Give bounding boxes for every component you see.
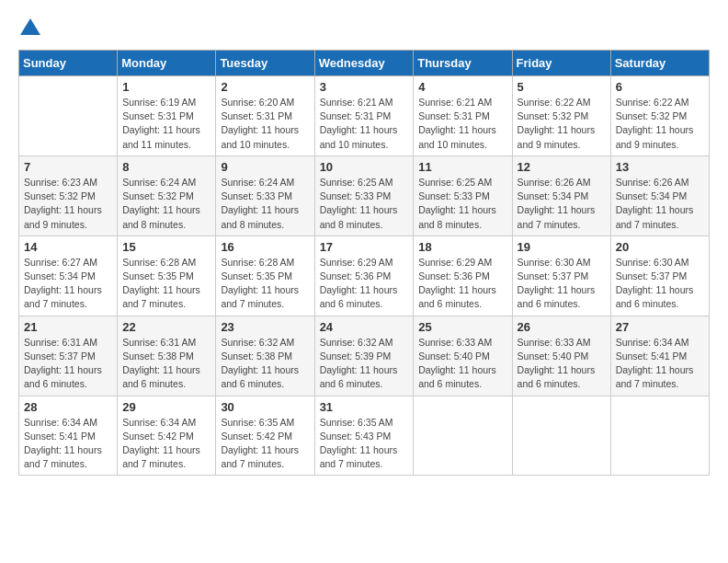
day-info: Sunrise: 6:34 AM Sunset: 5:42 PM Dayligh…	[122, 416, 210, 472]
calendar-cell: 21Sunrise: 6:31 AM Sunset: 5:37 PM Dayli…	[19, 316, 118, 396]
day-info: Sunrise: 6:21 AM Sunset: 5:31 PM Dayligh…	[320, 96, 409, 152]
calendar-cell: 9Sunrise: 6:24 AM Sunset: 5:33 PM Daylig…	[216, 155, 314, 236]
logo	[18, 18, 40, 40]
day-number: 11	[418, 160, 506, 174]
calendar-cell: 11Sunrise: 6:25 AM Sunset: 5:33 PM Dayli…	[414, 155, 512, 236]
col-header-monday: Monday	[118, 51, 216, 76]
day-info: Sunrise: 6:34 AM Sunset: 5:41 PM Dayligh…	[616, 336, 704, 392]
day-info: Sunrise: 6:28 AM Sunset: 5:35 PM Dayligh…	[221, 256, 309, 312]
day-number: 30	[221, 400, 309, 414]
calendar-cell: 18Sunrise: 6:29 AM Sunset: 5:36 PM Dayli…	[414, 236, 512, 316]
day-info: Sunrise: 6:25 AM Sunset: 5:33 PM Dayligh…	[418, 176, 506, 232]
day-info: Sunrise: 6:25 AM Sunset: 5:33 PM Dayligh…	[320, 176, 409, 232]
day-number: 17	[320, 240, 409, 254]
calendar-cell: 29Sunrise: 6:34 AM Sunset: 5:42 PM Dayli…	[118, 396, 216, 476]
calendar-cell: 16Sunrise: 6:28 AM Sunset: 5:35 PM Dayli…	[216, 236, 314, 316]
day-info: Sunrise: 6:31 AM Sunset: 5:38 PM Dayligh…	[122, 336, 210, 392]
calendar-cell: 4Sunrise: 6:21 AM Sunset: 5:31 PM Daylig…	[414, 76, 512, 156]
day-number: 8	[122, 160, 210, 174]
day-number: 9	[221, 160, 309, 174]
day-info: Sunrise: 6:30 AM Sunset: 5:37 PM Dayligh…	[518, 256, 606, 312]
day-number: 29	[122, 400, 210, 414]
day-info: Sunrise: 6:35 AM Sunset: 5:43 PM Dayligh…	[320, 416, 409, 472]
calendar-cell: 19Sunrise: 6:30 AM Sunset: 5:37 PM Dayli…	[512, 236, 610, 316]
calendar-cell: 27Sunrise: 6:34 AM Sunset: 5:41 PM Dayli…	[610, 316, 709, 396]
day-info: Sunrise: 6:32 AM Sunset: 5:39 PM Dayligh…	[320, 336, 409, 392]
page-header	[18, 18, 710, 40]
day-info: Sunrise: 6:23 AM Sunset: 5:32 PM Dayligh…	[24, 176, 112, 232]
day-number: 7	[24, 160, 112, 174]
day-info: Sunrise: 6:27 AM Sunset: 5:34 PM Dayligh…	[24, 256, 112, 312]
day-number: 27	[616, 320, 704, 334]
calendar-cell: 14Sunrise: 6:27 AM Sunset: 5:34 PM Dayli…	[19, 236, 118, 316]
calendar-cell: 30Sunrise: 6:35 AM Sunset: 5:42 PM Dayli…	[216, 396, 314, 476]
calendar-cell: 25Sunrise: 6:33 AM Sunset: 5:40 PM Dayli…	[414, 316, 512, 396]
day-number: 20	[616, 240, 704, 254]
calendar-cell: 31Sunrise: 6:35 AM Sunset: 5:43 PM Dayli…	[314, 396, 414, 476]
col-header-thursday: Thursday	[414, 51, 512, 76]
day-info: Sunrise: 6:21 AM Sunset: 5:31 PM Dayligh…	[418, 96, 506, 152]
day-info: Sunrise: 6:30 AM Sunset: 5:37 PM Dayligh…	[616, 256, 704, 312]
day-info: Sunrise: 6:34 AM Sunset: 5:41 PM Dayligh…	[24, 416, 112, 472]
day-number: 28	[24, 400, 112, 414]
calendar-cell: 15Sunrise: 6:28 AM Sunset: 5:35 PM Dayli…	[118, 236, 216, 316]
col-header-sunday: Sunday	[19, 51, 118, 76]
day-number: 14	[24, 240, 112, 254]
logo-icon	[20, 18, 40, 35]
day-number: 3	[320, 80, 409, 94]
col-header-saturday: Saturday	[610, 51, 709, 76]
day-number: 4	[418, 80, 506, 94]
calendar-cell: 26Sunrise: 6:33 AM Sunset: 5:40 PM Dayli…	[512, 316, 610, 396]
day-info: Sunrise: 6:22 AM Sunset: 5:32 PM Dayligh…	[518, 96, 606, 152]
calendar-cell: 23Sunrise: 6:32 AM Sunset: 5:38 PM Dayli…	[216, 316, 314, 396]
day-info: Sunrise: 6:29 AM Sunset: 5:36 PM Dayligh…	[418, 256, 506, 312]
day-info: Sunrise: 6:24 AM Sunset: 5:32 PM Dayligh…	[122, 176, 210, 232]
calendar-cell: 1Sunrise: 6:19 AM Sunset: 5:31 PM Daylig…	[118, 76, 216, 156]
calendar-table: SundayMondayTuesdayWednesdayThursdayFrid…	[18, 50, 710, 476]
day-number: 19	[518, 240, 606, 254]
day-info: Sunrise: 6:31 AM Sunset: 5:37 PM Dayligh…	[24, 336, 112, 392]
day-info: Sunrise: 6:32 AM Sunset: 5:38 PM Dayligh…	[221, 336, 309, 392]
day-number: 15	[122, 240, 210, 254]
calendar-cell: 13Sunrise: 6:26 AM Sunset: 5:34 PM Dayli…	[610, 155, 709, 236]
calendar-cell	[512, 396, 610, 476]
calendar-cell	[19, 76, 118, 156]
col-header-tuesday: Tuesday	[216, 51, 314, 76]
day-info: Sunrise: 6:28 AM Sunset: 5:35 PM Dayligh…	[122, 256, 210, 312]
calendar-cell: 7Sunrise: 6:23 AM Sunset: 5:32 PM Daylig…	[19, 155, 118, 236]
calendar-cell: 2Sunrise: 6:20 AM Sunset: 5:31 PM Daylig…	[216, 76, 314, 156]
day-info: Sunrise: 6:19 AM Sunset: 5:31 PM Dayligh…	[122, 96, 210, 152]
day-info: Sunrise: 6:33 AM Sunset: 5:40 PM Dayligh…	[518, 336, 606, 392]
day-number: 18	[418, 240, 506, 254]
calendar-cell: 24Sunrise: 6:32 AM Sunset: 5:39 PM Dayli…	[314, 316, 414, 396]
calendar-cell: 10Sunrise: 6:25 AM Sunset: 5:33 PM Dayli…	[314, 155, 414, 236]
day-number: 31	[320, 400, 409, 414]
day-info: Sunrise: 6:35 AM Sunset: 5:42 PM Dayligh…	[221, 416, 309, 472]
calendar-cell: 5Sunrise: 6:22 AM Sunset: 5:32 PM Daylig…	[512, 76, 610, 156]
day-number: 24	[320, 320, 409, 334]
day-number: 26	[518, 320, 606, 334]
col-header-friday: Friday	[512, 51, 610, 76]
day-number: 5	[518, 80, 606, 94]
svg-marker-0	[20, 18, 40, 35]
day-number: 12	[518, 160, 606, 174]
calendar-cell: 8Sunrise: 6:24 AM Sunset: 5:32 PM Daylig…	[118, 155, 216, 236]
day-number: 2	[221, 80, 309, 94]
day-number: 1	[122, 80, 210, 94]
day-number: 16	[221, 240, 309, 254]
calendar-cell: 12Sunrise: 6:26 AM Sunset: 5:34 PM Dayli…	[512, 155, 610, 236]
day-info: Sunrise: 6:33 AM Sunset: 5:40 PM Dayligh…	[418, 336, 506, 392]
day-info: Sunrise: 6:29 AM Sunset: 5:36 PM Dayligh…	[320, 256, 409, 312]
day-number: 22	[122, 320, 210, 334]
day-number: 10	[320, 160, 409, 174]
calendar-cell: 20Sunrise: 6:30 AM Sunset: 5:37 PM Dayli…	[610, 236, 709, 316]
calendar-cell	[414, 396, 512, 476]
day-info: Sunrise: 6:24 AM Sunset: 5:33 PM Dayligh…	[221, 176, 309, 232]
calendar-cell: 3Sunrise: 6:21 AM Sunset: 5:31 PM Daylig…	[314, 76, 414, 156]
day-info: Sunrise: 6:20 AM Sunset: 5:31 PM Dayligh…	[221, 96, 309, 152]
day-number: 21	[24, 320, 112, 334]
day-number: 6	[616, 80, 704, 94]
calendar-cell	[610, 396, 709, 476]
day-info: Sunrise: 6:22 AM Sunset: 5:32 PM Dayligh…	[616, 96, 704, 152]
calendar-cell: 22Sunrise: 6:31 AM Sunset: 5:38 PM Dayli…	[118, 316, 216, 396]
